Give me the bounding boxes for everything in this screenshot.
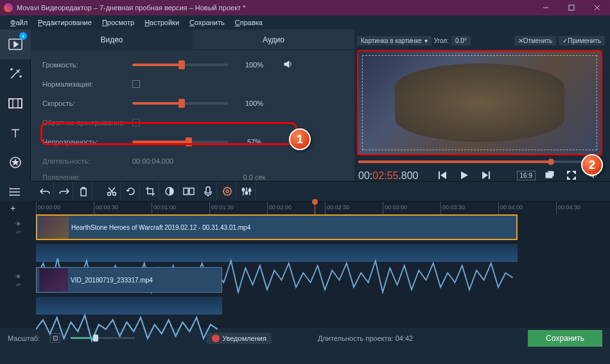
menu-view[interactable]: Просмотр (97, 19, 139, 26)
sidebar-transitions-button[interactable] (0, 89, 31, 118)
cancel-button[interactable]: ✕Отменить (514, 36, 557, 46)
detach-preview-button[interactable] (542, 168, 557, 183)
sidebar-stickers-button[interactable] (0, 148, 31, 177)
overlay-video-track: 👁▱ HearthStone Heroes of Warcraft 2019.0… (36, 214, 610, 241)
eye-icon[interactable]: 👁 (15, 221, 21, 227)
label-duration: Длительность: (42, 157, 132, 165)
time-ruler[interactable]: + 00:00:0000:00:3000:01:0000:01:3000:02:… (0, 202, 610, 214)
equalizer-button[interactable] (238, 182, 256, 200)
slider-volume[interactable] (132, 64, 229, 66)
checkbox-reverse[interactable] (132, 119, 140, 126)
app-logo-icon (4, 3, 13, 12)
mute-button[interactable] (586, 168, 601, 183)
row-reverse: Обратное проигрывание: (42, 113, 343, 132)
menu-file[interactable]: Файл (5, 19, 33, 26)
svg-rect-29 (184, 188, 188, 195)
preview-seekbar[interactable] (358, 160, 601, 163)
sidebar-media-button[interactable]: i (0, 30, 31, 59)
svg-rect-1 (569, 5, 574, 10)
overlay-audio-track (36, 244, 610, 262)
track-type-icon: ▱ (16, 281, 21, 288)
timecode: 00:02:55.800 (358, 169, 418, 182)
slider-opacity[interactable] (132, 141, 229, 143)
row-normalize: Нормализация: (42, 74, 343, 94)
prev-frame-button[interactable] (435, 168, 450, 183)
value-volume: 100% (229, 61, 280, 69)
clip-overlay[interactable]: HearthStone Heroes of Warcraft 2019.02.1… (36, 214, 518, 240)
menu-save[interactable]: Сохранить (184, 19, 230, 26)
svg-point-27 (112, 193, 116, 196)
tab-audio[interactable]: Аудио (193, 30, 354, 50)
apply-button[interactable]: ✓Применить (559, 36, 605, 46)
chevron-down-icon: ▾ (424, 37, 428, 44)
color-button[interactable] (161, 182, 179, 200)
row-volume: Громкость: 100% (42, 55, 343, 74)
angle-input[interactable]: 0.0° (451, 36, 471, 46)
fullscreen-button[interactable] (564, 168, 579, 183)
sidebar-titles-button[interactable] (0, 118, 31, 148)
record-button[interactable] (199, 182, 217, 200)
audio-waveform[interactable] (36, 244, 518, 262)
menu-settings[interactable]: Настройки (139, 19, 184, 26)
clip-thumbnail (40, 216, 69, 239)
crop-button[interactable] (141, 182, 159, 200)
value-speed: 100% (229, 100, 280, 107)
svg-point-26 (107, 193, 110, 196)
aspect-ratio-button[interactable]: 16:9 (517, 171, 536, 180)
value-duration: 00:00:04.000 (132, 157, 184, 165)
minimize-button[interactable] (533, 0, 559, 15)
project-duration: Длительность проекта: 04:42 (318, 334, 413, 342)
close-button[interactable] (584, 0, 610, 15)
save-button[interactable]: Сохранить (528, 330, 602, 347)
redo-button[interactable] (55, 182, 73, 200)
overlay-mode-combo[interactable]: Картинка в картинке▾ (357, 36, 431, 46)
clip-main[interactable]: VID_20180719_233317.mp4 (36, 267, 222, 293)
svg-rect-31 (206, 187, 210, 193)
add-track-button[interactable]: + (8, 203, 18, 213)
menubar: Файл Редактирование Просмотр Настройки С… (0, 15, 610, 30)
zoom-slider[interactable] (71, 337, 135, 339)
transition-wizard-button[interactable] (180, 182, 198, 200)
preview-controls: 00:02:55.800 16:9 (354, 166, 605, 185)
audio-waveform[interactable] (36, 297, 222, 315)
label-normalize: Нормализация: (42, 80, 132, 88)
checkbox-normalize[interactable] (132, 80, 140, 88)
svg-marker-25 (589, 172, 594, 178)
value-fadein: 0.0 сек (229, 173, 280, 181)
svg-rect-30 (189, 188, 194, 195)
ruler-tick: 00:03:00 (383, 202, 407, 214)
svg-marker-5 (14, 42, 18, 47)
preview-panel: Картинка в картинке▾ Угол: 0.0° ✕Отменит… (354, 30, 610, 181)
rotate-button[interactable] (122, 182, 140, 200)
svg-rect-34 (242, 189, 244, 191)
next-frame-button[interactable] (478, 168, 494, 183)
preview-screen[interactable] (357, 50, 602, 155)
ruler-tick: 00:00:30 (94, 202, 118, 214)
svg-rect-20 (439, 171, 440, 179)
ruler-tick: 00:04:30 (556, 202, 580, 214)
slider-speed[interactable] (132, 102, 229, 105)
ruler-tick: 00:02:30 (325, 202, 349, 214)
timeline: 👁▱ HearthStone Heroes of Warcraft 2019.0… (0, 214, 610, 327)
row-opacity: Непрозрачность: 57% (42, 132, 343, 152)
sound-icon[interactable] (284, 60, 293, 69)
cut-button[interactable] (103, 182, 121, 200)
svg-rect-36 (248, 189, 250, 191)
menu-help[interactable]: Справка (230, 19, 268, 26)
sidebar-filters-button[interactable] (0, 59, 31, 89)
ruler-tick: 00:01:00 (152, 202, 176, 214)
ruler-tick: 00:00:00 (36, 202, 60, 214)
eye-icon[interactable]: 👁 (15, 273, 21, 280)
play-button[interactable] (457, 168, 472, 183)
maximize-button[interactable] (559, 0, 584, 15)
delete-button[interactable] (74, 182, 92, 200)
tab-video[interactable]: Видео (31, 30, 193, 50)
undo-button[interactable] (36, 182, 54, 200)
menu-edit[interactable]: Редактирование (33, 19, 97, 26)
clip-properties-button[interactable] (218, 182, 236, 200)
track-type-icon: ▱ (16, 229, 21, 235)
scale-label: Масштаб: (8, 334, 40, 342)
svg-rect-8 (9, 99, 22, 108)
label-speed: Скорость: (42, 100, 132, 107)
main-video-track: 👁▱ VID_20180719_233317.mp4 (36, 267, 610, 294)
